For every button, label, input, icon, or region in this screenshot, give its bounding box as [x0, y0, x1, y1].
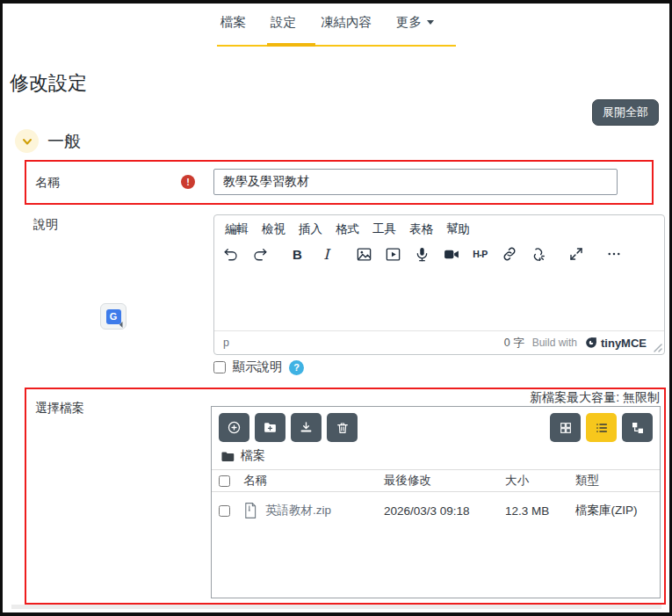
- collapse-chevron-icon[interactable]: [15, 129, 39, 153]
- editor-content-area[interactable]: [214, 268, 664, 330]
- insert-media-icon[interactable]: [384, 243, 402, 265]
- course-settings-page: 檔案 設定 凍結內容 更多 修改設定 展開全部 一般 名稱 ! 說明 G 編輯 …: [0, 0, 672, 616]
- file-manager-toolbar: [212, 407, 660, 446]
- editor-statusbar: p 0 字 Build with tinyMCE: [214, 330, 664, 354]
- menu-tools[interactable]: 工具: [372, 221, 396, 237]
- file-name-link[interactable]: 英語教材.zip: [265, 503, 331, 518]
- help-icon[interactable]: ?: [289, 360, 304, 375]
- menu-view[interactable]: 檢視: [262, 221, 285, 237]
- show-description-checkbox[interactable]: [213, 361, 226, 373]
- word-count[interactable]: 0 字: [504, 336, 524, 351]
- top-tab-bar: 檔案 設定 凍結內容 更多: [220, 14, 434, 31]
- h5p-icon[interactable]: H-P: [471, 243, 489, 265]
- build-with-label: Build with: [532, 337, 577, 349]
- google-translate-button[interactable]: G: [100, 303, 126, 330]
- expand-all-button[interactable]: 展開全部: [592, 99, 659, 126]
- tab-more[interactable]: 更多: [396, 14, 434, 31]
- unlink-icon[interactable]: [529, 243, 547, 265]
- show-description-row: 顯示說明 ?: [213, 359, 304, 375]
- menu-format[interactable]: 格式: [336, 221, 359, 237]
- footer-divider: [11, 605, 661, 609]
- menu-edit[interactable]: 編輯: [225, 221, 249, 237]
- highlight-box-file-picker: 選擇檔案 新檔案最大容量: 無限制: [25, 388, 666, 605]
- record-video-icon[interactable]: [442, 243, 460, 265]
- editor-toolbar: B I H-P: [214, 239, 664, 268]
- max-file-size-text: 新檔案最大容量: 無限制: [530, 390, 660, 406]
- name-field-label: 名稱: [35, 175, 60, 191]
- more-options-icon[interactable]: [604, 243, 623, 265]
- element-path[interactable]: p: [223, 337, 229, 349]
- required-icon: !: [181, 175, 195, 189]
- header-name[interactable]: 名稱: [243, 473, 384, 489]
- download-all-button[interactable]: [291, 413, 322, 442]
- page-title: 修改設定: [10, 70, 87, 97]
- undo-icon[interactable]: [221, 243, 240, 265]
- tinymce-logo-icon: [585, 337, 597, 349]
- select-all-checkbox[interactable]: [219, 475, 230, 487]
- icon-view-button[interactable]: [550, 413, 581, 442]
- editor-menubar: 編輯 檢視 插入 格式 工具 表格 幫助: [214, 215, 664, 239]
- file-table-row[interactable]: 英語教材.zip 2026/03/3 09:18 12.3 MB 檔案庫(ZIP…: [212, 492, 660, 529]
- resize-handle[interactable]: [653, 343, 662, 352]
- file-modified: 2026/03/3 09:18: [384, 504, 505, 518]
- breadcrumb-files[interactable]: 檔案: [241, 448, 265, 464]
- tree-view-button[interactable]: [622, 413, 653, 442]
- description-field-label: 說明: [33, 217, 58, 233]
- list-view-button[interactable]: [586, 413, 617, 442]
- tinymce-editor: 編輯 檢視 插入 格式 工具 表格 幫助 B I: [213, 214, 665, 355]
- file-size: 12.3 MB: [505, 504, 575, 518]
- header-type[interactable]: 類型: [575, 473, 660, 489]
- tab-files[interactable]: 檔案: [220, 14, 246, 31]
- show-description-label: 顯示說明: [233, 359, 282, 375]
- tab-more-label: 更多: [396, 14, 422, 31]
- tab-underline: [217, 45, 456, 47]
- name-input[interactable]: [213, 169, 618, 195]
- insert-image-icon[interactable]: [355, 243, 373, 265]
- add-file-button[interactable]: [219, 413, 249, 442]
- file-manager-breadcrumb: 檔案: [212, 446, 660, 469]
- fullscreen-icon[interactable]: [567, 243, 585, 265]
- tab-settings[interactable]: 設定: [271, 14, 296, 31]
- header-size[interactable]: 大小: [505, 473, 575, 489]
- folder-icon: [220, 450, 235, 463]
- file-manager: 檔案 名稱 最後修改 大小 類型 英語教材.zip 2026/03/3 09:1…: [211, 406, 661, 598]
- file-row-checkbox[interactable]: [219, 505, 230, 517]
- active-tab-underline: [267, 43, 315, 47]
- highlight-box-name-field: 名稱 !: [25, 160, 654, 205]
- google-translate-icon: G: [106, 309, 121, 324]
- select-files-label: 選擇檔案: [35, 401, 84, 417]
- create-folder-button[interactable]: [255, 413, 285, 442]
- tinymce-brand-label[interactable]: tinyMCE: [601, 337, 647, 350]
- section-general-header[interactable]: 一般: [15, 129, 81, 153]
- tab-freeze-content[interactable]: 凍結內容: [321, 14, 372, 31]
- section-general-title: 一般: [47, 130, 81, 153]
- file-type: 檔案庫(ZIP): [575, 503, 660, 518]
- chevron-down-icon: [427, 20, 434, 25]
- zip-file-icon: [243, 502, 257, 519]
- delete-button[interactable]: [327, 413, 358, 442]
- menu-help[interactable]: 幫助: [446, 221, 470, 237]
- italic-icon[interactable]: I: [317, 243, 336, 265]
- header-modified[interactable]: 最後修改: [384, 473, 505, 489]
- redo-icon[interactable]: [250, 243, 269, 265]
- menu-insert[interactable]: 插入: [299, 221, 322, 237]
- link-icon[interactable]: [500, 243, 518, 265]
- bold-icon[interactable]: B: [288, 243, 307, 265]
- file-table-header: 名稱 最後修改 大小 類型: [212, 469, 660, 492]
- menu-table[interactable]: 表格: [409, 221, 433, 237]
- record-audio-icon[interactable]: [413, 243, 431, 265]
